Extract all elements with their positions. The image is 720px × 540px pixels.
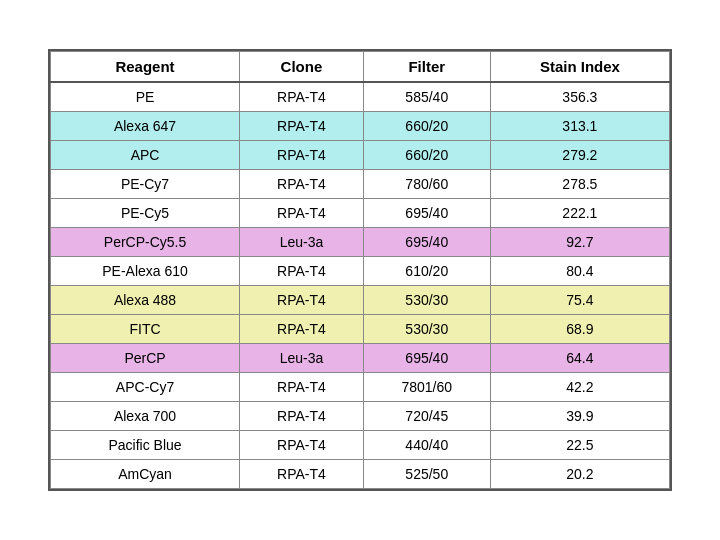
cell-reagent: PE-Cy7 <box>51 170 240 199</box>
cell-reagent: APC <box>51 141 240 170</box>
table-row: APC-Cy7RPA-T47801/6042.2 <box>51 373 670 402</box>
cell-stain-index: 92.7 <box>490 228 669 257</box>
table-row: PE-Cy5RPA-T4695/40222.1 <box>51 199 670 228</box>
cell-reagent: Alexa 488 <box>51 286 240 315</box>
cell-clone: RPA-T4 <box>240 112 364 141</box>
cell-stain-index: 22.5 <box>490 431 669 460</box>
table-row: FITCRPA-T4530/3068.9 <box>51 315 670 344</box>
cell-clone: RPA-T4 <box>240 82 364 112</box>
cell-reagent: PerCP-Cy5.5 <box>51 228 240 257</box>
cell-clone: RPA-T4 <box>240 141 364 170</box>
cell-filter: 660/20 <box>363 141 490 170</box>
table-row: Alexa 488RPA-T4530/3075.4 <box>51 286 670 315</box>
cell-filter: 7801/60 <box>363 373 490 402</box>
cell-filter: 530/30 <box>363 286 490 315</box>
cell-stain-index: 279.2 <box>490 141 669 170</box>
cell-reagent: APC-Cy7 <box>51 373 240 402</box>
cell-filter: 720/45 <box>363 402 490 431</box>
cell-clone: RPA-T4 <box>240 315 364 344</box>
col-header-reagent: Reagent <box>51 52 240 83</box>
table-row: APCRPA-T4660/20279.2 <box>51 141 670 170</box>
cell-reagent: PE <box>51 82 240 112</box>
cell-stain-index: 42.2 <box>490 373 669 402</box>
cell-stain-index: 222.1 <box>490 199 669 228</box>
cell-filter: 585/40 <box>363 82 490 112</box>
cell-clone: RPA-T4 <box>240 286 364 315</box>
table-row: Pacific BlueRPA-T4440/4022.5 <box>51 431 670 460</box>
col-header-clone: Clone <box>240 52 364 83</box>
table-row: PerCPLeu-3a695/4064.4 <box>51 344 670 373</box>
cell-clone: RPA-T4 <box>240 257 364 286</box>
table-row: PerCP-Cy5.5Leu-3a695/4092.7 <box>51 228 670 257</box>
table-row: Alexa 647RPA-T4660/20313.1 <box>51 112 670 141</box>
cell-stain-index: 313.1 <box>490 112 669 141</box>
cell-filter: 525/50 <box>363 460 490 489</box>
cell-stain-index: 278.5 <box>490 170 669 199</box>
cell-clone: RPA-T4 <box>240 460 364 489</box>
cell-clone: Leu-3a <box>240 228 364 257</box>
cell-clone: RPA-T4 <box>240 199 364 228</box>
cell-stain-index: 68.9 <box>490 315 669 344</box>
cell-stain-index: 64.4 <box>490 344 669 373</box>
cell-stain-index: 80.4 <box>490 257 669 286</box>
cell-filter: 530/30 <box>363 315 490 344</box>
cell-clone: RPA-T4 <box>240 431 364 460</box>
cell-filter: 780/60 <box>363 170 490 199</box>
cell-filter: 695/40 <box>363 228 490 257</box>
table-row: PE-Alexa 610RPA-T4610/2080.4 <box>51 257 670 286</box>
cell-clone: Leu-3a <box>240 344 364 373</box>
cell-reagent: Pacific Blue <box>51 431 240 460</box>
table-row: PE-Cy7RPA-T4780/60278.5 <box>51 170 670 199</box>
cell-reagent: FITC <box>51 315 240 344</box>
cell-reagent: AmCyan <box>51 460 240 489</box>
cell-clone: RPA-T4 <box>240 402 364 431</box>
cell-reagent: PE-Cy5 <box>51 199 240 228</box>
cell-stain-index: 75.4 <box>490 286 669 315</box>
col-header-filter: Filter <box>363 52 490 83</box>
cell-reagent: PE-Alexa 610 <box>51 257 240 286</box>
cell-stain-index: 20.2 <box>490 460 669 489</box>
cell-reagent: Alexa 700 <box>51 402 240 431</box>
data-table-container: Reagent Clone Filter Stain Index PERPA-T… <box>48 49 672 491</box>
cell-filter: 610/20 <box>363 257 490 286</box>
table-row: PERPA-T4585/40356.3 <box>51 82 670 112</box>
cell-filter: 695/40 <box>363 199 490 228</box>
cell-filter: 440/40 <box>363 431 490 460</box>
cell-clone: RPA-T4 <box>240 373 364 402</box>
cell-reagent: Alexa 647 <box>51 112 240 141</box>
cell-filter: 660/20 <box>363 112 490 141</box>
cell-stain-index: 39.9 <box>490 402 669 431</box>
col-header-stain-index: Stain Index <box>490 52 669 83</box>
cell-stain-index: 356.3 <box>490 82 669 112</box>
table-row: AmCyanRPA-T4525/5020.2 <box>51 460 670 489</box>
stain-index-table: Reagent Clone Filter Stain Index PERPA-T… <box>50 51 670 489</box>
cell-reagent: PerCP <box>51 344 240 373</box>
cell-clone: RPA-T4 <box>240 170 364 199</box>
table-header-row: Reagent Clone Filter Stain Index <box>51 52 670 83</box>
cell-filter: 695/40 <box>363 344 490 373</box>
table-row: Alexa 700RPA-T4720/4539.9 <box>51 402 670 431</box>
